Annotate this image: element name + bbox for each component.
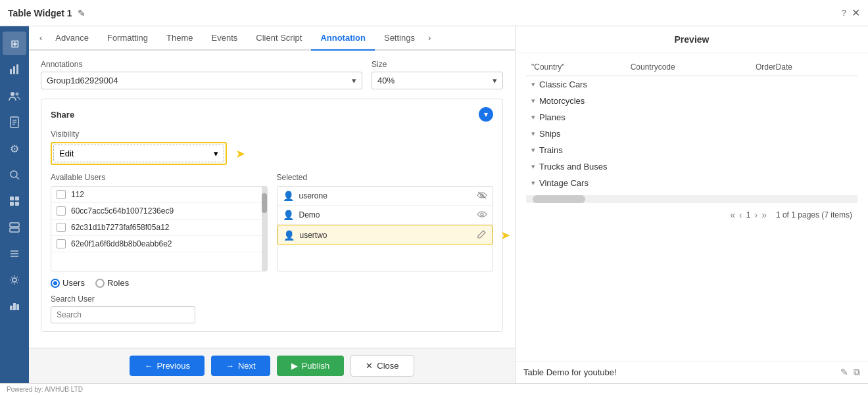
preview-group-planes[interactable]: ▾ Planes [526,109,857,126]
tab-advance[interactable]: Advance [46,26,98,51]
sidebar-icon-gear[interactable]: ⚙ [3,137,26,160]
pages-info: 1 of 1 pages (7 items) [776,210,852,220]
preview-group-trains[interactable]: ▾ Trains [526,142,857,158]
sidebar-icon-settings2[interactable] [3,268,26,292]
user-checkbox-112[interactable] [57,190,66,199]
help-icon[interactable]: ? [842,8,846,18]
selected-item-usertwo: 👤 usertwo ➤ [277,225,493,245]
preview-table: "Country" Countrycode OrderDate [526,58,857,76]
tab-theme[interactable]: Theme [157,26,202,51]
user-name-112: 112 [71,190,262,199]
preview-group-trucks-buses[interactable]: ▾ Trucks and Buses [526,158,857,175]
tab-annotation[interactable]: Annotation [311,26,375,51]
tab-left-arrow[interactable]: ‹ [36,26,46,49]
preview-group-classic-cars[interactable]: ▾ Classic Cars [526,76,857,93]
sidebar-icon-block[interactable] [3,216,26,239]
sidebar-icon-document[interactable] [3,110,26,134]
sidebar-icon-bar-chart[interactable] [3,294,26,318]
user-avatar-icon: 👤 [283,230,295,241]
selected-user-name-userone: userone [299,191,472,200]
close-x-icon: ✕ [366,361,373,371]
tab-formatting[interactable]: Formatting [98,26,157,51]
users-radio-button[interactable] [51,279,60,288]
preview-scroll-thumb[interactable] [533,195,585,203]
panel-content: Annotations Group1d62929004 ▾ Size 40% ▾ [29,51,515,348]
available-users-list: 112 60cc7acc5c64b10071236ec9 62c31d1b727… [51,186,268,271]
users-radio[interactable]: Users [51,278,85,288]
preview-col-country: "Country" [526,58,625,76]
sidebar-icon-chart[interactable] [3,58,26,81]
sidebar-icon-grid[interactable] [3,189,26,213]
window-title: Table Widget 1 [8,8,72,18]
size-select[interactable]: 40% ▾ [372,72,503,89]
svg-rect-0 [10,69,12,74]
tab-right-arrow[interactable]: › [424,26,435,49]
page-prev-icon[interactable]: ‹ [739,210,742,220]
visibility-select[interactable]: Edit ▾ [53,145,224,162]
eye-slash-icon[interactable] [477,191,487,201]
preview-group-vintage-cars[interactable]: ▾ Vintage Cars [526,175,857,191]
sidebar-icon-list[interactable] [3,242,26,266]
window-close-icon[interactable]: ✕ [852,7,860,19]
list-item: 62e0f1a6f6dd8b8b0eabb6e2 [51,236,267,252]
group-label: Ships [539,129,561,139]
group-label: Vintage Cars [539,178,589,188]
share-toggle[interactable]: ▾ [479,107,493,122]
edit-icon[interactable] [477,229,487,241]
list-item: 112 [51,187,267,203]
page-last-icon[interactable]: » [761,210,767,220]
user-checkbox-60cc[interactable] [57,206,66,216]
page-first-icon[interactable]: « [730,210,735,220]
users-scrollbar [262,187,267,271]
previous-button[interactable]: ← Previous [130,356,205,376]
page-number: 1 [746,210,751,220]
sidebar: ⊞ ⚙ [0,26,29,383]
size-label: Size [372,60,503,69]
eye-icon[interactable] [477,210,487,220]
preview-group-ships[interactable]: ▾ Ships [526,126,857,142]
group-label: Trucks and Buses [539,162,608,172]
sidebar-icon-people[interactable] [3,84,26,108]
selected-users-label: Selected [277,173,494,182]
group-label: Classic Cars [539,80,587,89]
preview-content: "Country" Countrycode OrderDate ▾ Classi… [516,53,868,361]
sidebar-icon-search[interactable] [3,163,26,187]
preview-copy-icon[interactable]: ⧉ [854,367,860,378]
user-checkbox-62e0[interactable] [57,239,66,248]
edit-title-icon[interactable]: ✎ [78,8,85,18]
available-users-label: Available Users [51,173,268,182]
preview-footer: Table Demo for youtube! ✎ ⧉ [516,361,868,383]
preview-col-orderdate: OrderDate [750,58,857,76]
search-user-input[interactable] [51,306,195,323]
users-radio-label: Users [62,278,85,288]
sidebar-icon-home[interactable]: ⊞ [3,32,26,55]
tab-events[interactable]: Events [203,26,247,51]
annotations-select[interactable]: Group1d62929004 ▾ [41,72,362,89]
close-button[interactable]: ✕ Close [350,355,414,377]
preview-horizontal-scrollbar[interactable] [526,195,857,203]
users-section: Available Users 112 60cc7acc5c64b1007123… [51,173,493,271]
tab-client-script[interactable]: Client Script [247,26,311,51]
svg-line-10 [16,177,19,179]
publish-button[interactable]: ▶ Publish [277,356,345,376]
svg-point-20 [12,278,16,282]
svg-rect-1 [13,66,15,74]
chevron-down-icon: ▾ [531,162,535,171]
user-checkbox-62c3[interactable] [57,223,66,232]
preview-group-motorcycles[interactable]: ▾ Motorcycles [526,93,857,109]
user-name-62c3: 62c31d1b7273faf658f05a12 [71,223,262,232]
tab-settings[interactable]: Settings [375,26,424,51]
preview-edit-icon[interactable]: ✎ [840,367,848,378]
next-arrow-icon: → [226,361,234,371]
share-title: Share [51,110,74,120]
next-button[interactable]: → Next [211,356,270,376]
svg-rect-11 [10,197,14,200]
users-scrollbar-thumb[interactable] [262,193,267,213]
roles-radio[interactable]: Roles [95,278,129,288]
selected-item-userone: 👤 userone [277,187,493,206]
page-next-icon[interactable]: › [754,210,758,220]
chevron-down-icon: ▾ [531,146,535,154]
svg-rect-16 [10,228,19,232]
roles-radio-button[interactable] [95,279,105,288]
annotations-value: Group1d62929004 [47,76,118,85]
